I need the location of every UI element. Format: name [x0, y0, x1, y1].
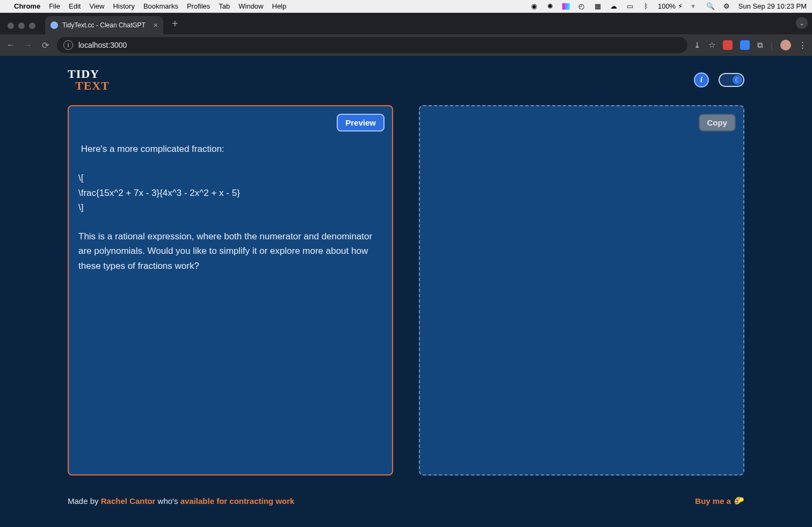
output-panel: Copy: [419, 105, 744, 475]
menu-app-name[interactable]: Chrome: [14, 2, 40, 10]
input-panel: Preview: [68, 105, 393, 475]
address-bar[interactable]: i localhost:3000: [57, 37, 687, 53]
window-controls[interactable]: [5, 23, 41, 34]
footer-availability-link[interactable]: available for contracting work: [180, 496, 295, 506]
browser-toolbar: ← → ⟳ i localhost:3000 ⤓ ☆ ⧉ | ⋮: [0, 34, 812, 56]
tab-favicon-icon: [50, 21, 58, 29]
app-header: TIDY TEXT i ☾: [68, 56, 744, 94]
browser-tab[interactable]: TidyText.cc - Clean ChatGPT ×: [45, 16, 163, 34]
menu-help[interactable]: Help: [272, 2, 287, 10]
footer-mid: who's: [158, 496, 180, 506]
status-layout-icon[interactable]: ▦: [593, 2, 602, 11]
status-bluetooth-icon[interactable]: ᛒ: [642, 2, 650, 11]
menu-tab[interactable]: Tab: [219, 2, 230, 10]
tabs-dropdown-icon[interactable]: ⌄: [796, 17, 808, 29]
reload-button[interactable]: ⟳: [40, 40, 50, 50]
logo-line-1: TIDY: [68, 68, 110, 80]
status-search-icon[interactable]: 🔍: [706, 2, 715, 11]
close-window-icon[interactable]: [8, 23, 14, 29]
status-clock-icon[interactable]: ◴: [577, 2, 586, 11]
tab-strip: TidyText.cc - Clean ChatGPT × + ⌄: [0, 13, 812, 34]
copy-button[interactable]: Copy: [699, 114, 736, 131]
status-wifi-icon[interactable]: ᯤ: [690, 2, 699, 11]
profile-avatar[interactable]: [780, 40, 791, 50]
menu-view[interactable]: View: [89, 2, 104, 10]
info-icon: i: [700, 76, 702, 84]
buy-me-label: Buy me a: [695, 496, 731, 506]
status-clock[interactable]: Sun Sep 29 10:23 PM: [738, 2, 807, 10]
tab-title: TidyText.cc - Clean ChatGPT: [62, 21, 146, 29]
forward-button[interactable]: →: [23, 40, 33, 50]
moon-icon: ☾: [733, 75, 742, 85]
tab-close-icon[interactable]: ×: [154, 21, 158, 30]
footer-credit: Made by Rachel Cantor who's available fo…: [68, 496, 294, 506]
menu-edit[interactable]: Edit: [69, 2, 81, 10]
app-logo[interactable]: TIDY TEXT: [68, 68, 110, 92]
status-battery-text[interactable]: 100% ⚡︎: [658, 2, 683, 10]
input-textarea[interactable]: [78, 142, 382, 464]
status-control-center-icon[interactable]: ⚙: [722, 2, 731, 11]
status-cloud-icon[interactable]: ☁: [610, 2, 618, 11]
page-viewport: TIDY TEXT i ☾ Preview: [0, 56, 812, 527]
panels-row: Preview Copy: [68, 105, 744, 475]
install-app-icon[interactable]: ⤓: [694, 40, 701, 50]
footer: Made by Rachel Cantor who's available fo…: [68, 496, 744, 506]
menu-file[interactable]: File: [49, 2, 60, 10]
maximize-window-icon[interactable]: [29, 23, 35, 29]
menu-history[interactable]: History: [113, 2, 134, 10]
menu-bookmarks[interactable]: Bookmarks: [143, 2, 178, 10]
browser-window: TidyText.cc - Clean ChatGPT × + ⌄ ← → ⟳ …: [0, 13, 812, 527]
taco-icon: 🌮: [734, 496, 744, 506]
url-text: localhost:3000: [78, 41, 127, 49]
status-battery-saver-icon[interactable]: ▭: [626, 2, 634, 11]
status-record-icon[interactable]: ◉: [530, 2, 539, 11]
info-button[interactable]: i: [694, 72, 709, 87]
status-grid-icon[interactable]: [562, 3, 570, 10]
site-info-icon[interactable]: i: [63, 40, 73, 50]
mac-menubar: Chrome File Edit View History Bookmarks …: [0, 0, 812, 13]
extension-1-icon[interactable]: [723, 40, 733, 50]
menu-profiles[interactable]: Profiles: [187, 2, 210, 10]
preview-button[interactable]: Preview: [337, 114, 385, 131]
minimize-window-icon[interactable]: [18, 23, 25, 29]
extensions-puzzle-icon[interactable]: ⧉: [757, 40, 763, 50]
extension-2-icon[interactable]: [740, 40, 750, 50]
back-button[interactable]: ←: [5, 40, 16, 50]
theme-toggle[interactable]: ☾: [719, 73, 744, 87]
status-openai-icon[interactable]: ✺: [546, 2, 555, 11]
bookmark-star-icon[interactable]: ☆: [708, 40, 715, 50]
new-tab-button[interactable]: +: [168, 18, 183, 34]
separator: |: [771, 41, 773, 50]
logo-line-2: TEXT: [75, 80, 110, 92]
buy-me-a-link[interactable]: Buy me a 🌮: [695, 496, 744, 506]
footer-author-link[interactable]: Rachel Cantor: [101, 496, 156, 506]
chrome-menu-icon[interactable]: ⋮: [799, 40, 807, 50]
footer-prefix: Made by: [68, 496, 101, 506]
menu-window[interactable]: Window: [238, 2, 263, 10]
